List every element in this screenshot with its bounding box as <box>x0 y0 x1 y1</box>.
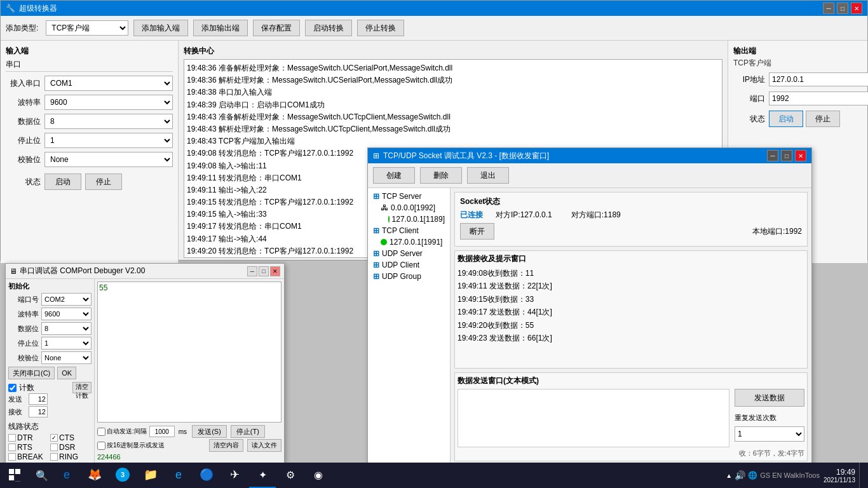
add-input-button[interactable]: 添加输入端 <box>133 20 188 36</box>
clear-content-button[interactable]: 清空内容 <box>209 439 243 452</box>
com-display-text: 55 <box>99 283 280 292</box>
com-close-serial-button[interactable]: 关闭串口(C) <box>8 367 55 379</box>
tree-node-1[interactable]: 127.0.0.1[1189] <box>370 214 447 225</box>
send-data-button[interactable]: 发送数据 <box>735 389 804 407</box>
com-parity-label: 校验位 <box>8 353 39 363</box>
hex-display-label: 按16进制显示或发送 <box>97 441 165 450</box>
ring-checkbox[interactable] <box>50 453 58 461</box>
output-stop-button[interactable]: 停止 <box>806 111 840 127</box>
taskbar-files[interactable]: 📁 <box>137 463 164 488</box>
hex-display-checkbox[interactable] <box>97 442 105 450</box>
parity-select[interactable]: None <box>44 152 173 167</box>
com-databits-label: 数据位 <box>8 324 39 334</box>
start-convert-button[interactable]: 启动转换 <box>305 20 352 36</box>
create-button[interactable]: 创建 <box>373 167 415 184</box>
socket-window-icon: ⊞ <box>373 151 379 160</box>
output-start-button[interactable]: 启动 <box>769 111 803 127</box>
send-textarea[interactable] <box>458 389 729 447</box>
count-enable-checkbox[interactable] <box>8 384 17 392</box>
taskbar-search[interactable]: 🔍 <box>31 463 53 488</box>
save-config-button[interactable]: 保存配置 <box>253 20 300 36</box>
com-minimize-button[interactable]: ─ <box>247 266 257 276</box>
com-parity-select[interactable]: None <box>41 351 92 364</box>
socket-minimize-button[interactable]: ─ <box>767 150 778 161</box>
break-checkbox[interactable] <box>8 453 16 461</box>
socket-maximize-button[interactable]: □ <box>781 150 792 161</box>
com-display[interactable]: 55 <box>97 281 281 423</box>
rts-checkbox[interactable] <box>8 444 16 451</box>
send-panel: 数据发送窗口(文本模式) 发送数据 重复发送次数 1 收：6字节，发:4字节 <box>454 372 808 461</box>
tray-speaker[interactable]: 🔊 <box>735 470 745 480</box>
stopbits-select[interactable]: 1 <box>44 133 173 148</box>
baud-select[interactable]: 9600 <box>44 95 173 110</box>
recv-count-input[interactable] <box>29 406 48 417</box>
cts-checkbox[interactable] <box>50 434 58 442</box>
taskbar-clock[interactable]: 19:49 2021/11/13 <box>824 468 855 484</box>
tree-udp-server[interactable]: ⊞ UDP Server <box>370 248 447 259</box>
dsr-checkbox[interactable] <box>50 444 58 451</box>
output-status-row: 状态 启动 停止 <box>733 111 862 127</box>
databits-select[interactable]: 8 <box>44 114 173 129</box>
taskbar-telegram[interactable]: ✈ <box>221 463 248 488</box>
com-databits-select[interactable]: 8 <box>41 322 92 335</box>
com-baud-select[interactable]: 9600 <box>41 308 92 320</box>
auto-send-interval[interactable] <box>149 426 175 437</box>
tree-tcp-server[interactable]: ⊞ TCP Server <box>370 191 447 202</box>
com-close-button[interactable]: ✕ <box>270 266 280 276</box>
clear-count-button[interactable]: 清空计数 <box>72 382 92 393</box>
com-port-select[interactable]: COM2 <box>41 293 92 306</box>
recv-panel: 数据接收及提示窗口 19:49:08收到数据：1119:49:11 发送数据：2… <box>454 250 808 369</box>
port-input[interactable] <box>769 92 868 105</box>
com-stopbits-select[interactable]: 1 <box>41 337 92 349</box>
taskbar-edge[interactable]: e <box>53 463 80 488</box>
dsr-item: DSR <box>50 443 92 452</box>
add-type-select[interactable]: TCP客户端 <box>46 20 128 36</box>
com-port-label: 端口号 <box>8 295 39 304</box>
auto-send-checkbox[interactable] <box>97 428 105 436</box>
com-ok-button[interactable]: OK <box>57 367 76 379</box>
taskbar-chrome[interactable]: 🔵 <box>193 463 220 488</box>
tray-arrow[interactable]: ▲ <box>726 472 732 479</box>
taskbar-360[interactable]: 3 <box>109 463 136 488</box>
repeat-count-select[interactable]: 1 <box>735 426 804 442</box>
log-line: 19:48:39 启动串口：启动串口COM1成功 <box>187 99 719 111</box>
ip-input[interactable] <box>769 72 868 86</box>
taskbar-app1[interactable]: ✦ <box>249 463 276 488</box>
send-s-button[interactable]: 发送(S) <box>192 425 227 438</box>
stopbits-row: 停止位 1 <box>6 133 173 148</box>
tree-udp-group[interactable]: ⊞ UDP Group <box>370 271 447 282</box>
tree-node-0[interactable]: 🖧 0.0.0.0[1992] <box>370 202 447 214</box>
close-button[interactable]: ✕ <box>851 3 862 14</box>
main-window-icon: 🔧 <box>6 4 15 13</box>
taskbar-ie[interactable]: e <box>165 463 192 488</box>
input-start-button[interactable]: 启动 <box>44 173 81 190</box>
read-file-button[interactable]: 读入文件 <box>247 439 281 452</box>
port-select[interactable]: COM1 <box>44 76 173 91</box>
baud-label: 波特率 <box>6 97 41 108</box>
disconnect-button[interactable]: 断开 <box>460 223 494 240</box>
minimize-button[interactable]: ─ <box>823 3 834 14</box>
stop-t-button[interactable]: 停止(T) <box>231 425 265 438</box>
exit-button[interactable]: 退出 <box>467 167 509 184</box>
input-stop-button[interactable]: 停止 <box>85 173 122 190</box>
tree-tcp-client[interactable]: ⊞ TCP Client <box>370 225 447 236</box>
show-desktop-button[interactable] <box>859 463 863 488</box>
tray-network[interactable]: 🌐 <box>748 471 757 480</box>
maximize-button[interactable]: □ <box>837 3 848 14</box>
line-status-title: 线路状态 <box>8 421 92 432</box>
start-button[interactable] <box>0 463 31 488</box>
taskbar-app3[interactable]: ◉ <box>305 463 332 488</box>
notification-area: ▲ 🔊 🌐 GS EN WalkInToos <box>726 470 820 480</box>
tree-node-2[interactable]: 127.0.0.1[1991] <box>370 236 447 248</box>
send-count-input[interactable] <box>29 393 48 405</box>
tree-udp-client[interactable]: ⊞ UDP Client <box>370 259 447 271</box>
com-restore-button[interactable]: □ <box>259 266 269 276</box>
dtr-checkbox[interactable] <box>8 434 16 442</box>
taskbar-firefox[interactable]: 🦊 <box>81 463 108 488</box>
ip-row: IP地址 <box>733 72 862 86</box>
stop-convert-button[interactable]: 停止转换 <box>357 20 404 36</box>
taskbar-app2[interactable]: ⚙ <box>277 463 304 488</box>
add-output-button[interactable]: 添加输出端 <box>193 20 248 36</box>
delete-button[interactable]: 删除 <box>420 167 462 184</box>
socket-close-button[interactable]: ✕ <box>795 150 806 161</box>
